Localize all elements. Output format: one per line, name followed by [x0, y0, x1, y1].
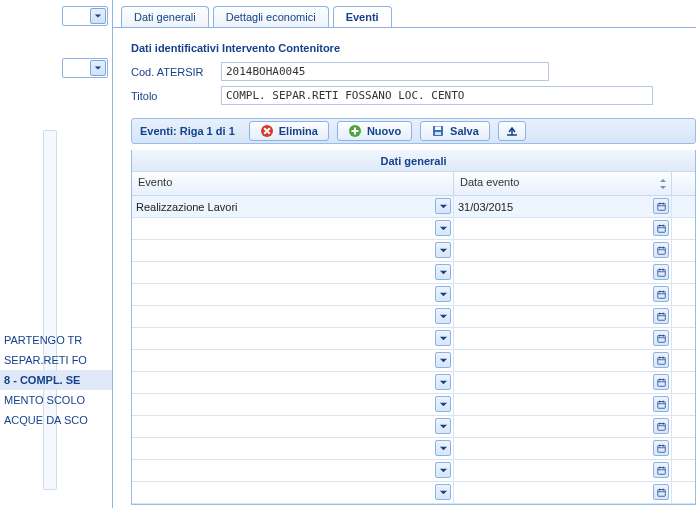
- cell-data[interactable]: [454, 218, 672, 239]
- section-title: Dati identificativi Intervento Contenito…: [131, 42, 340, 54]
- cell-value: [136, 394, 431, 415]
- calendar-button[interactable]: [653, 484, 669, 500]
- cell-data[interactable]: [454, 240, 672, 261]
- cell-data[interactable]: [454, 460, 672, 481]
- cell-evento[interactable]: [132, 416, 454, 437]
- table-row[interactable]: [132, 482, 695, 504]
- chevron-down-icon[interactable]: [90, 60, 106, 76]
- dropdown-button[interactable]: [435, 374, 451, 390]
- calendar-button[interactable]: [653, 374, 669, 390]
- svg-rect-17: [657, 291, 665, 298]
- grid-body[interactable]: Realizzazione Lavori31/03/2015: [132, 196, 695, 504]
- save-button[interactable]: Salva: [420, 121, 490, 141]
- dropdown-button[interactable]: [435, 418, 451, 434]
- dropdown-button[interactable]: [435, 352, 451, 368]
- table-row[interactable]: [132, 218, 695, 240]
- main-pane: Dati generaliDettagli economiciEventi Da…: [112, 0, 696, 508]
- titolo-input[interactable]: [221, 86, 653, 105]
- cell-evento[interactable]: [132, 460, 454, 481]
- tab[interactable]: Eventi: [333, 6, 392, 28]
- dropdown-button[interactable]: [435, 396, 451, 412]
- delete-label: Elimina: [279, 125, 318, 137]
- sort-icon: [659, 179, 667, 189]
- cell-data[interactable]: [454, 262, 672, 283]
- column-headers: Evento Data evento: [132, 172, 695, 196]
- cell-data[interactable]: [454, 284, 672, 305]
- table-row[interactable]: [132, 306, 695, 328]
- chevron-down-icon[interactable]: [90, 8, 106, 24]
- cell-value: [458, 240, 649, 261]
- calendar-button[interactable]: [653, 198, 669, 214]
- dropdown-button[interactable]: [435, 220, 451, 236]
- col-data[interactable]: Data evento: [454, 172, 672, 195]
- calendar-button[interactable]: [653, 462, 669, 478]
- col-evento[interactable]: Evento: [132, 172, 454, 195]
- cell-data[interactable]: [454, 350, 672, 371]
- new-button[interactable]: Nuovo: [337, 121, 412, 141]
- cell-data[interactable]: [454, 482, 672, 503]
- export-button[interactable]: [498, 121, 526, 141]
- cell-evento[interactable]: [132, 218, 454, 239]
- calendar-button[interactable]: [653, 396, 669, 412]
- table-row[interactable]: [132, 262, 695, 284]
- delete-button[interactable]: Elimina: [249, 121, 329, 141]
- dropdown-button[interactable]: [435, 242, 451, 258]
- dropdown-button[interactable]: [435, 462, 451, 478]
- cell-evento[interactable]: Realizzazione Lavori: [132, 196, 454, 217]
- dropdown-button[interactable]: [435, 198, 451, 214]
- calendar-button[interactable]: [653, 286, 669, 302]
- left-list-item[interactable]: SEPAR.RETI FO: [0, 350, 112, 370]
- calendar-button[interactable]: [653, 308, 669, 324]
- cell-evento[interactable]: [132, 394, 454, 415]
- dropdown-button[interactable]: [435, 286, 451, 302]
- cell-data[interactable]: [454, 328, 672, 349]
- left-filter-2[interactable]: [62, 58, 108, 78]
- table-row[interactable]: [132, 284, 695, 306]
- cell-data[interactable]: [454, 306, 672, 327]
- cell-evento[interactable]: [132, 482, 454, 503]
- cell-data[interactable]: [454, 416, 672, 437]
- calendar-button[interactable]: [653, 330, 669, 346]
- cell-evento[interactable]: [132, 350, 454, 371]
- table-row[interactable]: [132, 394, 695, 416]
- calendar-button[interactable]: [653, 440, 669, 456]
- tab[interactable]: Dati generali: [121, 6, 209, 28]
- calendar-button[interactable]: [653, 220, 669, 236]
- left-filter-1[interactable]: [62, 6, 108, 26]
- left-list-item[interactable]: 8 - COMPL. SE: [0, 370, 112, 390]
- dropdown-button[interactable]: [435, 330, 451, 346]
- dropdown-button[interactable]: [435, 484, 451, 500]
- cell-evento[interactable]: [132, 284, 454, 305]
- table-row[interactable]: [132, 460, 695, 482]
- table-row[interactable]: [132, 350, 695, 372]
- calendar-button[interactable]: [653, 352, 669, 368]
- cod-input[interactable]: [221, 62, 549, 81]
- cell-evento[interactable]: [132, 240, 454, 261]
- dropdown-button[interactable]: [435, 264, 451, 280]
- cell-evento[interactable]: [132, 328, 454, 349]
- calendar-button[interactable]: [653, 264, 669, 280]
- table-row[interactable]: [132, 328, 695, 350]
- calendar-button[interactable]: [653, 418, 669, 434]
- dropdown-button[interactable]: [435, 308, 451, 324]
- left-list-item[interactable]: PARTENGO TR: [0, 330, 112, 350]
- cell-data[interactable]: [454, 394, 672, 415]
- cell-evento[interactable]: [132, 262, 454, 283]
- table-row[interactable]: [132, 240, 695, 262]
- cell-evento[interactable]: [132, 372, 454, 393]
- cell-data[interactable]: [454, 438, 672, 459]
- tab[interactable]: Dettagli economici: [213, 6, 329, 28]
- table-row[interactable]: [132, 438, 695, 460]
- left-list-item[interactable]: MENTO SCOLO: [0, 390, 112, 410]
- cell-evento[interactable]: [132, 438, 454, 459]
- cell-data[interactable]: [454, 372, 672, 393]
- calendar-button[interactable]: [653, 242, 669, 258]
- dropdown-button[interactable]: [435, 440, 451, 456]
- table-row[interactable]: [132, 416, 695, 438]
- table-row[interactable]: [132, 372, 695, 394]
- cell-data[interactable]: 31/03/2015: [454, 196, 672, 217]
- table-row[interactable]: Realizzazione Lavori31/03/2015: [132, 196, 695, 218]
- left-scrollbar[interactable]: [43, 130, 57, 490]
- left-list-item[interactable]: ACQUE DA SCO: [0, 410, 112, 430]
- cell-evento[interactable]: [132, 306, 454, 327]
